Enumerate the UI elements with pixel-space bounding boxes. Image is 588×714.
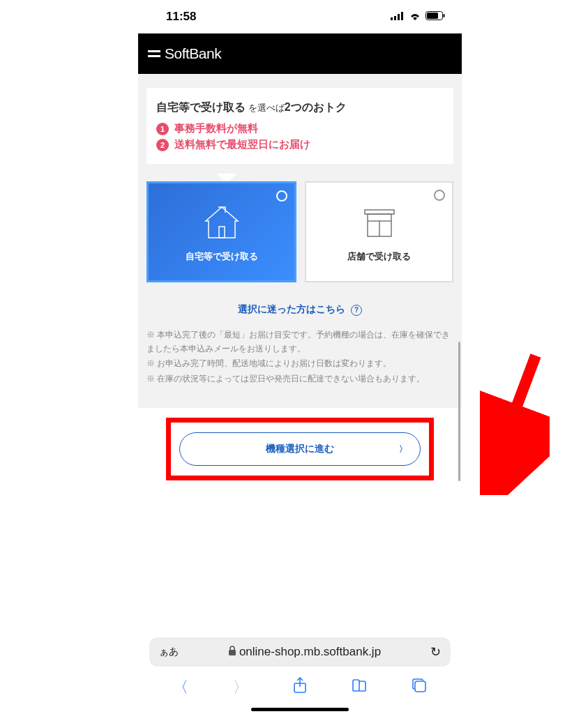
url-bar[interactable]: ぁあ online-shop.mb.softbank.jp ↻ [149, 637, 451, 667]
svg-rect-8 [365, 210, 394, 214]
svg-rect-5 [427, 13, 438, 19]
option-store-pickup[interactable]: 店舗で受け取る [305, 181, 453, 282]
status-icons [391, 10, 445, 24]
cta-highlight: 機種選択に進む 〉 [166, 418, 434, 480]
help-link[interactable]: 選択に迷った方はこちら ? [138, 303, 462, 316]
text-size-button[interactable]: ぁあ [159, 646, 179, 658]
wifi-icon [409, 10, 421, 24]
status-bar: 11:58 [138, 0, 462, 33]
battery-icon [425, 10, 445, 24]
svg-rect-7 [219, 227, 225, 238]
help-icon: ? [351, 305, 362, 316]
url-text: online-shop.mb.softbank.jp [228, 645, 381, 659]
house-icon [202, 202, 242, 243]
radio-unselected-icon [434, 190, 445, 201]
reload-icon[interactable]: ↻ [430, 644, 441, 660]
forward-icon[interactable]: 〉 [233, 677, 248, 698]
back-icon[interactable]: 〈 [173, 677, 188, 698]
svg-rect-15 [415, 681, 425, 692]
status-time: 11:58 [155, 10, 196, 24]
store-icon [359, 202, 400, 243]
cta-label: 機種選択に進む [266, 443, 334, 455]
chevron-right-icon: 〉 [399, 443, 407, 455]
annotation-arrow [480, 349, 550, 495]
benefit-1: 1 事務手数料が無料 [156, 122, 444, 135]
svg-rect-13 [229, 650, 236, 655]
option-home-delivery[interactable]: 自宅等で受け取る [146, 181, 296, 282]
tabs-icon[interactable] [412, 678, 427, 697]
note-3: ※ 在庫の状況等によっては翌日や発売日に配達できない場合もあります。 [146, 372, 453, 386]
app-header: SoftBank [138, 33, 462, 74]
signal-icon [391, 10, 405, 24]
svg-rect-1 [394, 16, 396, 20]
promo-title: 自宅等で受け取る を選べば2つのおトク [156, 100, 444, 115]
scroll-indicator[interactable] [458, 342, 460, 481]
option-label: 店舗で受け取る [347, 250, 411, 263]
svg-rect-3 [401, 12, 403, 20]
note-2: ※ お申込み完了時間、配送地域によりお届け日数は変わります。 [146, 357, 453, 371]
option-label: 自宅等で受け取る [186, 250, 258, 263]
svg-rect-0 [391, 17, 393, 20]
promo-section: 自宅等で受け取る を選べば2つのおトク 1 事務手数料が無料 2 送料無料で最短… [138, 74, 462, 408]
radio-selected-icon [276, 190, 287, 202]
note-1: ※ 本申込完了後の「最短」お届け目安です。予約機種の場合は、在庫を確保できました… [146, 328, 453, 356]
browser-toolbar: 〈 〉 [138, 672, 462, 703]
svg-line-12 [494, 356, 536, 467]
svg-rect-6 [444, 14, 445, 17]
proceed-button[interactable]: 機種選択に進む 〉 [179, 432, 421, 466]
home-indicator[interactable] [251, 708, 349, 711]
bookmarks-icon[interactable] [352, 678, 367, 697]
share-icon[interactable] [293, 677, 307, 698]
brand-label: SoftBank [165, 45, 221, 62]
svg-rect-2 [398, 14, 400, 20]
lock-icon [228, 645, 236, 659]
notes: ※ 本申込完了後の「最短」お届け目安です。予約機種の場合は、在庫を確保できました… [138, 328, 462, 386]
menu-icon[interactable] [148, 50, 160, 57]
benefit-2: 2 送料無料で最短翌日にお届け [156, 138, 444, 151]
